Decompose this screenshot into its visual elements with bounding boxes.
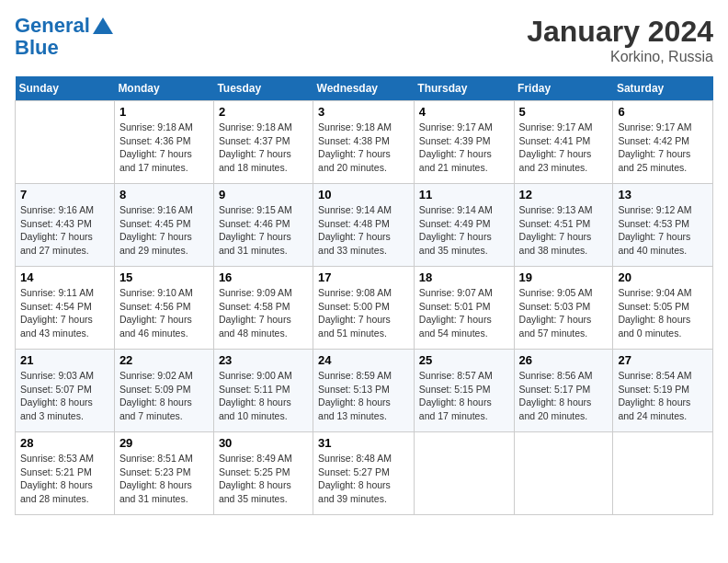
calendar-cell [16,101,115,184]
day-info: Sunrise: 9:11 AMSunset: 4:54 PMDaylight:… [20,286,109,340]
day-info: Sunrise: 8:48 AMSunset: 5:27 PMDaylight:… [318,452,409,506]
header: General Blue January 2024 Korkino, Russi… [15,15,713,65]
header-sunday: Sunday [16,76,115,101]
day-number: 27 [618,353,708,367]
calendar-cell: 23Sunrise: 9:00 AMSunset: 5:11 PMDayligh… [213,350,313,432]
day-info: Sunrise: 9:13 AMSunset: 4:51 PMDaylight:… [519,203,609,258]
day-number: 10 [318,188,409,201]
calendar-cell: 27Sunrise: 8:54 AMSunset: 5:19 PMDayligh… [613,350,713,432]
calendar-cell: 5Sunrise: 9:17 AMSunset: 4:41 PMDaylight… [514,101,613,184]
header-friday: Friday [514,76,613,101]
calendar-cell [414,432,514,515]
day-info: Sunrise: 9:18 AMSunset: 4:36 PMDaylight:… [119,121,209,175]
calendar-cell: 2Sunrise: 9:18 AMSunset: 4:37 PMDaylight… [213,101,313,184]
day-info: Sunrise: 9:04 AMSunset: 5:05 PMDaylight:… [618,286,708,340]
title-area: January 2024 Korkino, Russia [527,15,713,65]
day-info: Sunrise: 9:12 AMSunset: 4:53 PMDaylight:… [618,203,708,258]
day-number: 6 [618,105,708,119]
day-number: 17 [318,270,409,284]
calendar-cell [514,432,613,515]
day-number: 13 [618,188,708,201]
calendar-cell: 31Sunrise: 8:48 AMSunset: 5:27 PMDayligh… [313,432,415,515]
day-number: 19 [519,270,609,284]
calendar-cell: 7Sunrise: 9:16 AMSunset: 4:43 PMDaylight… [16,184,115,267]
calendar-title: January 2024 [527,15,713,49]
day-info: Sunrise: 9:05 AMSunset: 5:03 PMDaylight:… [519,286,609,340]
day-number: 18 [419,270,509,284]
day-info: Sunrise: 8:54 AMSunset: 5:19 PMDaylight:… [618,369,708,423]
calendar-cell [613,432,713,515]
calendar-cell: 25Sunrise: 8:57 AMSunset: 5:15 PMDayligh… [414,350,514,432]
day-number: 8 [119,188,209,201]
day-number: 31 [318,436,409,450]
calendar-cell: 14Sunrise: 9:11 AMSunset: 4:54 PMDayligh… [16,267,115,350]
calendar-cell: 4Sunrise: 9:17 AMSunset: 4:39 PMDaylight… [414,101,514,184]
logo-text-blue: Blue [15,37,59,59]
day-info: Sunrise: 8:51 AMSunset: 5:23 PMDaylight:… [119,452,209,506]
calendar-week-1: 7Sunrise: 9:16 AMSunset: 4:43 PMDaylight… [16,184,713,267]
day-info: Sunrise: 9:17 AMSunset: 4:42 PMDaylight:… [618,121,708,175]
calendar-cell: 19Sunrise: 9:05 AMSunset: 5:03 PMDayligh… [514,267,613,350]
day-number: 25 [419,353,509,367]
calendar-cell: 12Sunrise: 9:13 AMSunset: 4:51 PMDayligh… [514,184,613,267]
day-number: 29 [119,436,209,450]
calendar-cell: 16Sunrise: 9:09 AMSunset: 4:58 PMDayligh… [213,267,313,350]
day-number: 1 [119,105,209,119]
calendar-week-0: 1Sunrise: 9:18 AMSunset: 4:36 PMDaylight… [16,101,713,184]
day-info: Sunrise: 9:08 AMSunset: 5:00 PMDaylight:… [318,286,409,340]
day-info: Sunrise: 9:17 AMSunset: 4:39 PMDaylight:… [419,121,509,175]
calendar-table: Sunday Monday Tuesday Wednesday Thursday… [15,76,713,515]
day-info: Sunrise: 9:09 AMSunset: 4:58 PMDaylight:… [219,286,308,340]
day-info: Sunrise: 9:10 AMSunset: 4:56 PMDaylight:… [119,286,209,340]
day-info: Sunrise: 9:03 AMSunset: 5:07 PMDaylight:… [20,369,109,423]
day-info: Sunrise: 9:07 AMSunset: 5:01 PMDaylight:… [419,286,509,340]
day-info: Sunrise: 9:15 AMSunset: 4:46 PMDaylight:… [219,203,308,258]
day-number: 3 [318,105,409,119]
day-number: 2 [219,105,308,119]
calendar-cell: 1Sunrise: 9:18 AMSunset: 4:36 PMDaylight… [114,101,213,184]
day-number: 16 [219,270,308,284]
calendar-cell: 22Sunrise: 9:02 AMSunset: 5:09 PMDayligh… [114,350,213,432]
day-number: 21 [20,353,109,367]
day-info: Sunrise: 9:16 AMSunset: 4:43 PMDaylight:… [20,203,109,258]
calendar-cell: 21Sunrise: 9:03 AMSunset: 5:07 PMDayligh… [16,350,115,432]
day-info: Sunrise: 9:18 AMSunset: 4:38 PMDaylight:… [318,121,409,175]
logo-text-general: General [15,15,90,37]
day-number: 11 [419,188,509,201]
calendar-cell: 13Sunrise: 9:12 AMSunset: 4:53 PMDayligh… [613,184,713,267]
logo: General Blue [15,15,113,59]
day-info: Sunrise: 8:57 AMSunset: 5:15 PMDaylight:… [419,369,509,423]
calendar-cell: 26Sunrise: 8:56 AMSunset: 5:17 PMDayligh… [514,350,613,432]
day-number: 4 [419,105,509,119]
day-number: 23 [219,353,308,367]
calendar-cell: 17Sunrise: 9:08 AMSunset: 5:00 PMDayligh… [313,267,415,350]
day-number: 20 [618,270,708,284]
day-number: 22 [119,353,209,367]
header-saturday: Saturday [613,76,713,101]
calendar-cell: 10Sunrise: 9:14 AMSunset: 4:48 PMDayligh… [313,184,415,267]
calendar-cell: 9Sunrise: 9:15 AMSunset: 4:46 PMDaylight… [213,184,313,267]
calendar-cell: 28Sunrise: 8:53 AMSunset: 5:21 PMDayligh… [16,432,115,515]
day-number: 24 [318,353,409,367]
calendar-week-2: 14Sunrise: 9:11 AMSunset: 4:54 PMDayligh… [16,267,713,350]
calendar-cell: 3Sunrise: 9:18 AMSunset: 4:38 PMDaylight… [313,101,415,184]
day-info: Sunrise: 9:14 AMSunset: 4:48 PMDaylight:… [318,203,409,258]
day-number: 12 [519,188,609,201]
calendar-cell: 30Sunrise: 8:49 AMSunset: 5:25 PMDayligh… [213,432,313,515]
calendar-cell: 20Sunrise: 9:04 AMSunset: 5:05 PMDayligh… [613,267,713,350]
header-tuesday: Tuesday [213,76,313,101]
header-wednesday: Wednesday [313,76,415,101]
day-info: Sunrise: 9:17 AMSunset: 4:41 PMDaylight:… [519,121,609,175]
calendar-cell: 29Sunrise: 8:51 AMSunset: 5:23 PMDayligh… [114,432,213,515]
day-info: Sunrise: 9:00 AMSunset: 5:11 PMDaylight:… [219,369,308,423]
calendar-cell: 24Sunrise: 8:59 AMSunset: 5:13 PMDayligh… [313,350,415,432]
day-info: Sunrise: 9:14 AMSunset: 4:49 PMDaylight:… [419,203,509,258]
header-monday: Monday [114,76,213,101]
day-info: Sunrise: 8:56 AMSunset: 5:17 PMDaylight:… [519,369,609,423]
day-number: 7 [20,188,109,201]
svg-marker-0 [93,17,113,34]
day-number: 30 [219,436,308,450]
calendar-subtitle: Korkino, Russia [527,49,713,65]
logo-icon [93,16,113,36]
day-number: 5 [519,105,609,119]
